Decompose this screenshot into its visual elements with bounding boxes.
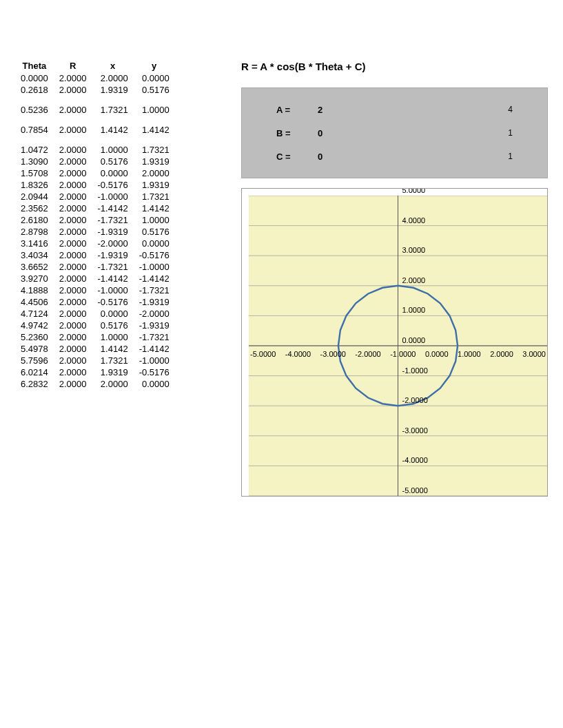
chart-y-tick: 2.0000 [402,276,426,284]
table-cell: 2.0000 [54,273,92,284]
table-cell: 2.0000 [134,167,175,179]
table-cell: -1.9319 [134,296,175,308]
table-cell: 2.0000 [54,167,92,179]
table-cell: 2.0000 [54,308,92,320]
table-cell: 2.0000 [54,366,92,378]
table-row: 4.97422.00000.5176-1.9319 [15,320,175,331]
table-cell: 2.0000 [54,331,92,343]
table-cell: 1.3090 [15,156,54,167]
table-cell: -1.4142 [134,343,175,355]
table-row: 4.18882.0000-1.0000-1.7321 [15,284,175,296]
table-cell: -1.7321 [92,261,134,273]
table-cell: -1.0000 [134,261,175,273]
chart-y-tick: 4.0000 [402,216,426,225]
table-cell: 1.7321 [134,191,175,202]
table-cell: -0.5176 [92,296,134,308]
table-cell: 2.0000 [54,191,92,202]
table-row: 1.57082.00000.00002.0000 [15,167,175,179]
table-cell: -1.7321 [134,331,175,343]
table-cell: 1.9319 [134,179,175,191]
chart-y-tick: 5.0000 [402,188,426,194]
table-cell: 5.7596 [15,355,54,366]
chart-y-tick: 3.0000 [402,246,426,254]
table-cell: 2.0000 [54,238,92,249]
param-b-alt: 1 [508,128,513,138]
table-cell: 1.0000 [134,104,175,116]
param-c-alt: 1 [508,152,513,161]
table-cell: -1.9319 [134,320,175,331]
table-cell: -2.0000 [92,238,134,249]
param-a-label: A = [276,105,318,115]
table-cell: 2.0000 [54,296,92,308]
table-cell: 6.2832 [15,378,54,390]
table-cell: -0.5176 [134,366,175,378]
table-cell: -1.9319 [92,249,134,261]
table-cell: 0.5176 [92,156,134,167]
table-cell: 2.0000 [54,84,92,96]
chart-x-tick: -4.0000 [285,350,311,358]
data-table-container: Theta R x y 0.00002.00002.00000.00000.26… [15,61,229,390]
chart-x-tick: 2.0000 [490,350,513,358]
chart-container: 5.00004.00003.00002.00001.00000.0000-1.0… [241,188,548,497]
table-cell: 3.6652 [15,261,54,273]
table-row: 5.23602.00001.0000-1.7321 [15,331,175,343]
table-row: 2.87982.0000-1.93190.5176 [15,226,175,238]
param-a-alt: 4 [508,105,513,114]
table-cell: 2.0000 [54,226,92,238]
table-row: 5.49782.00001.4142-1.4142 [15,343,175,355]
table-cell: -2.0000 [134,308,175,320]
table-cell: 2.0000 [54,202,92,214]
table-cell: -1.4142 [134,273,175,284]
table-cell: 1.7321 [92,355,134,366]
table-row: 2.61802.0000-1.73211.0000 [15,214,175,226]
table-cell: 1.9319 [92,366,134,378]
col-theta: Theta [15,61,54,72]
table-row: 3.40342.0000-1.9319-0.5176 [15,249,175,261]
parameter-box: A = 2 4 B = 0 1 C = 0 1 [241,87,548,178]
chart-plot-area: 5.00004.00003.00002.00001.00000.0000-1.0… [249,196,547,496]
table-cell: 2.0000 [54,179,92,191]
table-row: 4.45062.0000-0.5176-1.9319 [15,296,175,308]
table-cell: 1.7321 [92,104,134,116]
param-c-value: 0 [318,152,359,162]
chart-y-tick: -3.0000 [402,426,428,435]
chart-y-tick: -4.0000 [402,456,428,464]
table-cell: 2.0000 [92,378,134,390]
table-cell: 2.0944 [15,191,54,202]
page: Theta R x y 0.00002.00002.00000.00000.26… [0,0,563,728]
table-cell: 0.0000 [92,167,134,179]
table-row: 2.09442.0000-1.00001.7321 [15,191,175,202]
param-row-a: A = 2 4 [276,98,513,121]
table-row: 4.71242.00000.0000-2.0000 [15,308,175,320]
chart-x-ticks: -5.0000-4.0000-3.0000-2.0000-1.00000.000… [249,350,547,358]
table-cell: 0.0000 [134,378,175,390]
table-cell: 0.5176 [92,320,134,331]
param-row-c: C = 0 1 [276,145,513,168]
table-cell: -1.7321 [134,284,175,296]
table-cell: 2.3562 [15,202,54,214]
table-cell: -0.5176 [134,249,175,261]
table-body: 0.00002.00002.00000.00000.26182.00001.93… [15,72,175,390]
table-cell: 1.0000 [92,144,134,156]
chart-x-tick: -1.0000 [390,350,416,358]
table-cell: 1.9319 [134,156,175,167]
table-cell: 2.0000 [54,343,92,355]
table-row: 1.30902.00000.51761.9319 [15,156,175,167]
chart-y-tick: -1.0000 [402,366,428,375]
table-cell: 0.0000 [15,72,54,84]
col-y: y [134,61,175,72]
table-row: 6.02142.00001.9319-0.5176 [15,366,175,378]
table-row: 0.26182.00001.93190.5176 [15,84,175,96]
table-cell: -1.7321 [92,214,134,226]
table-cell: 2.8798 [15,226,54,238]
param-c-label: C = [276,152,318,162]
table-cell: -1.4142 [92,273,134,284]
formula-text: R = A * cos(B * Theta + C) [241,61,548,72]
table-cell: 0.5176 [134,226,175,238]
chart-x-tick: 0.0000 [425,350,449,358]
table-cell: 1.4142 [134,202,175,214]
table-cell: 1.4142 [92,343,134,355]
chart-x-tick: -5.0000 [250,350,276,358]
chart-y-tick: 1.0000 [402,306,426,314]
data-table: Theta R x y 0.00002.00002.00000.00000.26… [15,61,175,390]
